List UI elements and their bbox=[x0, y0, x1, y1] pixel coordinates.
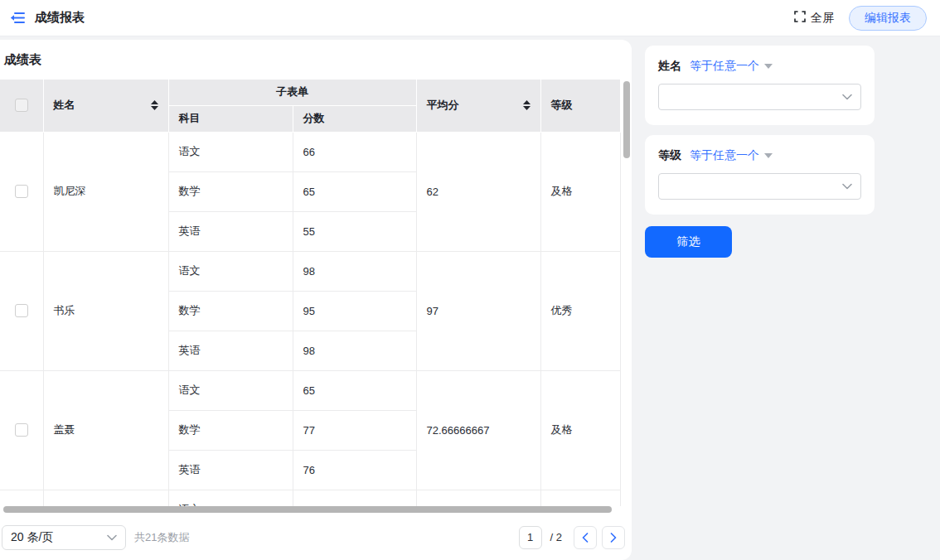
triangle-down-icon bbox=[764, 64, 773, 69]
average-cell: 72.66666667 bbox=[416, 370, 540, 490]
row-checkbox[interactable] bbox=[15, 304, 28, 317]
grade-cell bbox=[540, 490, 620, 506]
name-cell: 凯尼深 bbox=[43, 132, 168, 251]
row-checkbox[interactable] bbox=[15, 185, 28, 198]
horizontal-scrollbar bbox=[0, 506, 632, 514]
select-all-header bbox=[0, 80, 43, 132]
horizontal-scrollbar-thumb[interactable] bbox=[3, 506, 612, 513]
score-cell: 64 bbox=[293, 490, 416, 506]
top-bar: 成绩报表 全屏 编辑报表 bbox=[0, 0, 940, 36]
score-cell: 76 bbox=[293, 450, 416, 490]
subject-cell: 英语 bbox=[168, 331, 293, 370]
subject-cell: 英语 bbox=[168, 450, 293, 490]
score-cell: 65 bbox=[293, 171, 416, 211]
page-size-select[interactable]: 20 条/页 bbox=[2, 525, 126, 550]
name-cell: 盖聂 bbox=[43, 370, 168, 490]
row-select-cell bbox=[0, 132, 43, 251]
column-header-average[interactable]: 平均分 bbox=[416, 80, 540, 132]
filter-value-select-name[interactable] bbox=[658, 84, 861, 110]
filter-sidebar: 姓名 等于任意一个 等级 等于任意一个 bbox=[632, 40, 940, 560]
score-cell: 77 bbox=[293, 410, 416, 450]
table-row-partial: 语文64 bbox=[0, 490, 620, 506]
total-records-label: 共21条数据 bbox=[134, 530, 189, 545]
subject-cell: 语文 bbox=[168, 132, 293, 171]
name-cell: 书乐 bbox=[43, 251, 168, 370]
total-pages-label: / 2 bbox=[550, 531, 562, 543]
filter-field-label: 姓名 bbox=[658, 59, 681, 74]
previous-page-button[interactable] bbox=[574, 526, 597, 549]
fullscreen-icon bbox=[794, 11, 806, 25]
table-row: 凯尼深语文6662及格 bbox=[0, 132, 620, 171]
average-cell: 62 bbox=[416, 132, 540, 251]
column-header-subject: 科目 bbox=[168, 105, 293, 132]
edit-report-button[interactable]: 编辑报表 bbox=[849, 6, 927, 31]
filter-card-grade: 等级 等于任意一个 bbox=[645, 135, 875, 215]
report-card: 成绩表 姓名 bbox=[0, 40, 632, 560]
score-cell: 65 bbox=[293, 370, 416, 410]
chevron-left-icon bbox=[582, 533, 589, 543]
table-row: 盖聂语文6572.66666667及格 bbox=[0, 370, 620, 410]
current-page-input[interactable] bbox=[519, 526, 542, 549]
grade-cell: 优秀 bbox=[540, 251, 620, 370]
row-select-cell bbox=[0, 370, 43, 490]
filter-operator-dropdown[interactable]: 等于任意一个 bbox=[690, 148, 773, 163]
subject-cell: 数学 bbox=[168, 171, 293, 211]
page-title: 成绩报表 bbox=[35, 10, 85, 26]
grade-cell: 及格 bbox=[540, 132, 620, 251]
chevron-down-icon bbox=[107, 534, 117, 541]
subject-cell: 数学 bbox=[168, 410, 293, 450]
subject-cell: 英语 bbox=[168, 211, 293, 251]
pagination-bar: 20 条/页 共21条数据 / 2 bbox=[0, 514, 632, 560]
filter-value-select-grade[interactable] bbox=[658, 173, 861, 200]
report-table-viewport: 姓名 子表单 平均分 bbox=[0, 80, 632, 506]
table-row: 书乐语文9897优秀 bbox=[0, 251, 620, 291]
chevron-down-icon bbox=[842, 183, 852, 190]
fullscreen-label: 全屏 bbox=[811, 11, 834, 26]
filter-card-name: 姓名 等于任意一个 bbox=[645, 46, 875, 125]
fullscreen-button[interactable]: 全屏 bbox=[794, 11, 834, 26]
score-cell: 66 bbox=[293, 132, 416, 171]
table-title: 成绩表 bbox=[4, 52, 632, 68]
column-header-grade: 等级 bbox=[540, 80, 620, 132]
column-header-score: 分数 bbox=[293, 105, 416, 132]
column-group-subform: 子表单 bbox=[168, 80, 416, 105]
sort-icon[interactable] bbox=[151, 100, 158, 110]
subject-cell: 语文 bbox=[168, 370, 293, 410]
subject-cell: 语文 bbox=[168, 251, 293, 291]
column-header-name[interactable]: 姓名 bbox=[43, 80, 168, 132]
page-size-label: 20 条/页 bbox=[11, 530, 53, 545]
score-cell: 95 bbox=[293, 291, 416, 331]
row-select-cell bbox=[0, 490, 43, 506]
filter-operator-dropdown[interactable]: 等于任意一个 bbox=[690, 59, 773, 74]
average-cell bbox=[416, 490, 540, 506]
score-cell: 98 bbox=[293, 251, 416, 291]
average-cell: 97 bbox=[416, 251, 540, 370]
score-cell: 55 bbox=[293, 211, 416, 251]
subject-cell: 数学 bbox=[168, 291, 293, 331]
select-all-checkbox[interactable] bbox=[15, 99, 28, 112]
row-checkbox[interactable] bbox=[15, 423, 28, 437]
report-table: 姓名 子表单 平均分 bbox=[0, 80, 621, 506]
chevron-right-icon bbox=[610, 533, 617, 543]
collapse-menu-icon[interactable] bbox=[8, 9, 27, 27]
triangle-down-icon bbox=[764, 153, 773, 158]
score-cell: 98 bbox=[293, 331, 416, 370]
filter-field-label: 等级 bbox=[658, 148, 681, 163]
sort-icon[interactable] bbox=[523, 100, 531, 110]
next-page-button[interactable] bbox=[602, 526, 625, 549]
grade-cell: 及格 bbox=[540, 370, 620, 490]
name-cell bbox=[43, 490, 168, 506]
chevron-down-icon bbox=[842, 94, 852, 100]
filter-submit-button[interactable]: 筛选 bbox=[645, 226, 732, 258]
subject-cell: 语文 bbox=[168, 490, 293, 506]
vertical-scrollbar-thumb[interactable] bbox=[623, 81, 630, 158]
row-select-cell bbox=[0, 251, 43, 370]
